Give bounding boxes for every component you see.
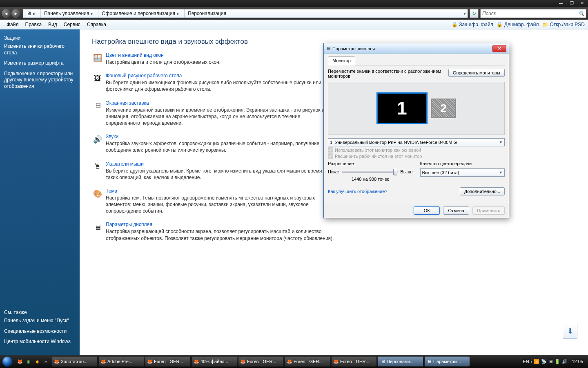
cancel-button[interactable]: Отмена xyxy=(443,206,469,215)
tray-display-icon[interactable]: 🖥 xyxy=(548,359,553,364)
resolution-slider[interactable] xyxy=(342,171,398,173)
breadcrumb-dropdown-icon[interactable]: ▾ xyxy=(462,11,468,16)
advanced-button[interactable]: Дополнительно... xyxy=(460,187,505,195)
dialog-footer: ОК Отмена Применить xyxy=(324,203,509,218)
task-item[interactable]: 🦊Adobe Pre... xyxy=(98,356,144,367)
breadcrumb-seg-1[interactable]: Оформление и персонализация▸ xyxy=(98,9,185,18)
improve-display-link[interactable]: Как улучшить отображение? xyxy=(328,189,387,194)
mouse-icon: 🖱 xyxy=(92,161,103,173)
minimize-button[interactable]: — xyxy=(557,1,565,7)
sidebar-link-projector[interactable]: Подключение к проектору или другому внеш… xyxy=(4,71,76,90)
monitor-arrangement-preview[interactable]: 1 2 xyxy=(328,82,505,135)
monitor-small-icon: 🖥 xyxy=(326,46,331,51)
sidebar-link-taskbar[interactable]: Панель задач и меню ''Пуск'' xyxy=(4,318,76,324)
tray-volume-icon[interactable]: 🔊 xyxy=(562,359,568,364)
quick-launch: 🦊 ◉ ◆ » xyxy=(15,358,51,365)
menu-edit[interactable]: Правка xyxy=(22,20,45,29)
nav-back-button[interactable]: ◄ xyxy=(2,9,11,18)
tray-clock[interactable]: 12:05 xyxy=(569,359,586,364)
task-item[interactable]: 🦊Foren - GER... xyxy=(331,356,377,367)
nav-forward-button[interactable]: ► xyxy=(11,9,20,18)
unlock-icon: 🔓 xyxy=(497,21,503,28)
link-window-color[interactable]: Цвет и внешний вид окон xyxy=(106,52,220,58)
task-item[interactable]: 🦊Foren - GER... xyxy=(145,356,191,367)
breadcrumb[interactable]: 🖥 ▸ Панель управления▸ Оформление и перс… xyxy=(23,9,468,18)
link-screensaver[interactable]: Экранная заставка xyxy=(106,100,334,106)
task-item[interactable]: 🦊Золотая ко... xyxy=(52,356,98,367)
search-input[interactable]: Поиск 🔍 xyxy=(480,9,586,18)
chevron-down-icon: ▼ xyxy=(499,171,503,175)
menu-bar: Файл Правка Вид Сервис Справка 🔒Зашифр. … xyxy=(0,20,588,29)
firefox-icon: 🦊 xyxy=(333,359,339,364)
monitor-1-icon[interactable]: 1 xyxy=(376,92,428,124)
sidebar-link-desktop-icons[interactable]: Изменить значки рабочего стола xyxy=(4,43,76,56)
tray-power-icon[interactable]: 🔋 xyxy=(555,359,560,364)
close-button[interactable]: ✕ xyxy=(578,1,586,7)
window-color-icon: 🪟 xyxy=(92,52,103,64)
link-wallpaper[interactable]: Фоновый рисунок рабочего стола xyxy=(106,73,334,79)
ql-app-icon[interactable]: ◉ xyxy=(25,358,32,365)
desc-mouse-pointers: Выберите другой указатель мыши. Кроме то… xyxy=(106,168,334,181)
task-item[interactable]: 🖥Параметры... xyxy=(424,356,470,367)
task-item[interactable]: 🦊Foren - GER... xyxy=(238,356,284,367)
ok-button[interactable]: ОК xyxy=(414,206,440,215)
monitor-select-dropdown[interactable]: 1. Универсальный монитор PnP на NVIDIA G… xyxy=(328,138,505,146)
breadcrumb-root-icon[interactable]: 🖥 ▸ xyxy=(23,9,41,18)
psd-toggle-button[interactable]: 📁Откр./закр PSD xyxy=(542,21,585,28)
dialog-close-button[interactable]: ✕ xyxy=(492,45,506,52)
encrypt-file-button[interactable]: 🔒Зашифр. файл xyxy=(451,21,493,28)
wallpaper-icon: 🖼 xyxy=(92,73,103,84)
link-theme[interactable]: Тема xyxy=(106,188,334,194)
monitor-2-icon[interactable]: 2 xyxy=(431,99,456,118)
display-settings-dialog: 🖥 Параметры дисплея ✕ Монитор Переместит… xyxy=(323,43,509,218)
desc-display-settings: Настройка разрешающей способности экрана… xyxy=(106,228,334,241)
lock-icon: 🔒 xyxy=(451,21,458,28)
sidebar-link-font-size[interactable]: Изменить размер шрифта xyxy=(4,60,76,67)
task-item[interactable]: 🦊40% файла ... xyxy=(192,356,237,367)
language-indicator[interactable]: EN xyxy=(523,359,529,364)
download-indicator[interactable]: ⬇ xyxy=(563,324,577,339)
maximize-button[interactable]: ❐ xyxy=(568,1,576,7)
sidebar-link-accessibility[interactable]: Специальные возможности xyxy=(4,328,76,335)
link-display-settings[interactable]: Параметры дисплея xyxy=(106,222,334,227)
tray-network-icon[interactable]: 📶 xyxy=(534,359,539,364)
start-button[interactable] xyxy=(0,355,15,368)
ql-app2-icon[interactable]: ◆ xyxy=(33,358,41,365)
dialog-tabstrip: Монитор xyxy=(328,56,505,65)
dialog-titlebar[interactable]: 🖥 Параметры дисплея ✕ xyxy=(324,43,509,54)
control-panel-icon: 🖥 xyxy=(380,359,385,364)
firefox-icon: 🦊 xyxy=(240,359,246,364)
slider-high-label: Выше xyxy=(400,169,412,174)
tray-wifi-icon[interactable]: 📡 xyxy=(541,359,547,364)
task-item[interactable]: 🦊Foren - GER... xyxy=(285,356,330,367)
link-mouse-pointers[interactable]: Указатели мыши xyxy=(106,161,334,167)
checkbox-extend-desktop: Расширить рабочий стол на этот монитор xyxy=(328,153,505,159)
sidebar-link-mobility[interactable]: Центр мобильности Windows xyxy=(4,339,76,345)
refresh-button[interactable]: ↻ xyxy=(470,9,479,18)
display-icon: 🖥 xyxy=(92,222,103,233)
breadcrumb-seg-2[interactable]: Персонализация xyxy=(185,9,229,18)
menu-view[interactable]: Вид xyxy=(45,20,60,29)
breadcrumb-seg-0[interactable]: Панель управления▸ xyxy=(41,9,98,18)
menu-tools[interactable]: Сервис xyxy=(60,20,84,29)
firefox-icon: 🦊 xyxy=(194,359,199,364)
menu-help[interactable]: Справка xyxy=(84,20,109,29)
link-sounds[interactable]: Звуки xyxy=(106,134,334,139)
tab-monitor[interactable]: Монитор xyxy=(328,56,355,65)
menu-file[interactable]: Файл xyxy=(3,20,22,29)
sounds-icon: 🔊 xyxy=(92,134,103,145)
task-item[interactable]: 🖥Персонали... xyxy=(378,356,423,367)
system-tray[interactable]: EN ‹ 📶 📡 🖥 🔋 🔊 12:05 xyxy=(521,359,588,364)
tray-expand-icon[interactable]: ‹ xyxy=(531,359,532,364)
chevron-down-icon: ▼ xyxy=(499,140,503,144)
ql-overflow-icon[interactable]: » xyxy=(42,358,49,365)
color-quality-dropdown[interactable]: Высшее (32 бита)▼ xyxy=(420,168,505,177)
dialog-title: Параметры дисплея xyxy=(332,46,375,51)
slider-thumb[interactable] xyxy=(393,169,397,175)
dialog-instruction: Переместите значки в соответствии с расп… xyxy=(328,69,445,79)
ql-firefox-icon[interactable]: 🦊 xyxy=(16,358,24,365)
screensaver-icon: 🖥 xyxy=(92,100,103,112)
decrypt-file-button[interactable]: 🔓Дешифр. файл xyxy=(497,21,539,28)
firefox-icon: 🦊 xyxy=(287,359,292,364)
identify-monitors-button[interactable]: Определить мониторы xyxy=(448,69,505,77)
